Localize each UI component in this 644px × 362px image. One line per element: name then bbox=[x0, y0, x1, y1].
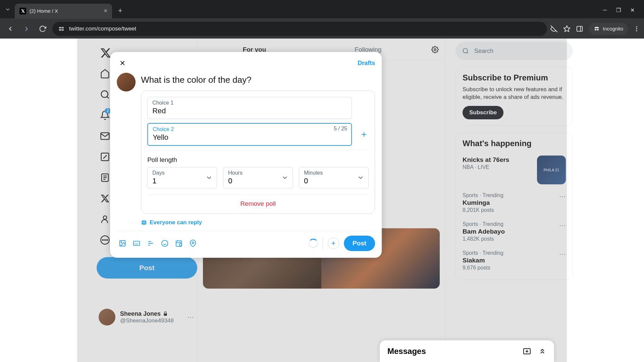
reply-setting-label: Everyone can reply bbox=[150, 219, 202, 226]
browser-chrome: 𝕏 (2) Home / X × + ─ ❐ ✕ twitter.com/com… bbox=[0, 0, 644, 39]
select-value: 1 bbox=[152, 177, 212, 185]
remove-poll-button[interactable]: Remove poll bbox=[147, 194, 369, 207]
incognito-icon bbox=[593, 25, 600, 32]
select-label: Minutes bbox=[304, 170, 364, 176]
char-counter: 5 / 25 bbox=[334, 126, 347, 132]
side-panel-icon[interactable] bbox=[576, 25, 583, 33]
eye-off-icon[interactable] bbox=[550, 25, 558, 33]
svg-point-9 bbox=[597, 29, 599, 31]
x-favicon: 𝕏 bbox=[19, 8, 26, 14]
new-message-icon[interactable] bbox=[523, 347, 531, 355]
new-tab-button[interactable]: + bbox=[115, 6, 126, 15]
chevron-down-icon bbox=[205, 174, 213, 181]
svg-rect-0 bbox=[59, 27, 61, 28]
tab-bar: 𝕏 (2) Home / X × + ─ ❐ ✕ bbox=[0, 0, 644, 18]
choice-label: Choice 1 bbox=[152, 100, 347, 106]
add-post-button[interactable]: + bbox=[328, 238, 339, 249]
reload-button[interactable] bbox=[36, 22, 49, 35]
messages-title: Messages bbox=[387, 347, 426, 356]
poll-choice-1[interactable]: Choice 1 Red bbox=[147, 97, 352, 119]
back-button[interactable] bbox=[4, 22, 17, 35]
drafts-button[interactable]: Drafts bbox=[358, 60, 375, 67]
select-label: Hours bbox=[228, 170, 288, 176]
poll-choice-2[interactable]: Choice 2 5 / 25 Yello bbox=[147, 123, 352, 146]
svg-rect-2 bbox=[62, 27, 64, 28]
char-progress-ring bbox=[309, 239, 318, 248]
messages-dock[interactable]: Messages bbox=[380, 340, 554, 362]
chevron-down-icon bbox=[357, 174, 364, 181]
compose-text-input[interactable]: What is the color of the day? bbox=[141, 73, 375, 90]
expand-dock-icon[interactable] bbox=[538, 347, 546, 355]
close-icon[interactable] bbox=[117, 57, 128, 69]
chevron-down-icon bbox=[281, 174, 288, 181]
minutes-select[interactable]: Minutes 0 bbox=[299, 167, 369, 188]
bookmark-star-icon[interactable] bbox=[563, 25, 571, 33]
divider bbox=[323, 237, 323, 249]
svg-point-48 bbox=[179, 244, 181, 246]
url-text: twitter.com/compose/tweet bbox=[69, 25, 136, 32]
emoji-icon[interactable] bbox=[161, 240, 168, 247]
location-icon[interactable] bbox=[189, 240, 197, 247]
svg-point-41 bbox=[162, 240, 168, 246]
svg-point-11 bbox=[636, 28, 637, 29]
svg-point-49 bbox=[192, 242, 194, 244]
add-choice-button[interactable]: + bbox=[361, 129, 367, 140]
page-content: Home Explore 2Notifications Messages Gro… bbox=[0, 39, 644, 362]
tab-close-icon[interactable]: × bbox=[104, 7, 107, 14]
gif-icon[interactable]: GIF bbox=[133, 240, 140, 247]
svg-text:GIF: GIF bbox=[135, 242, 139, 245]
browser-tab[interactable]: 𝕏 (2) Home / X × bbox=[15, 4, 112, 18]
tab-search-dropdown[interactable] bbox=[3, 5, 12, 14]
choice-value: Yello bbox=[153, 133, 346, 142]
hours-select[interactable]: Hours 0 bbox=[223, 167, 293, 188]
forward-button[interactable] bbox=[20, 22, 33, 35]
select-value: 0 bbox=[304, 177, 364, 185]
svg-rect-3 bbox=[62, 29, 64, 30]
incognito-badge[interactable]: Incognito bbox=[589, 23, 628, 35]
minimize-icon[interactable]: ─ bbox=[603, 7, 607, 13]
post-submit-button[interactable]: Post bbox=[344, 236, 375, 251]
svg-point-12 bbox=[636, 30, 637, 31]
close-window-icon[interactable]: ✕ bbox=[630, 7, 635, 13]
window-controls: ─ ❐ ✕ bbox=[603, 7, 641, 13]
poll-card: Choice 1 Red Choice 2 5 / 25 Yello bbox=[141, 90, 375, 214]
choice-label: Choice 2 bbox=[153, 126, 346, 132]
poll-length-label: Poll length bbox=[147, 150, 369, 164]
url-field[interactable]: twitter.com/compose/tweet bbox=[52, 22, 547, 36]
compose-avatar bbox=[117, 73, 136, 92]
globe-icon bbox=[141, 220, 147, 226]
site-settings-icon[interactable] bbox=[58, 26, 64, 32]
schedule-icon[interactable] bbox=[175, 240, 182, 247]
browser-menu-icon[interactable] bbox=[633, 25, 640, 32]
svg-point-8 bbox=[595, 29, 596, 31]
media-icon[interactable] bbox=[119, 240, 126, 247]
address-bar: twitter.com/compose/tweet Incognito bbox=[0, 18, 644, 39]
svg-rect-6 bbox=[577, 26, 583, 31]
svg-marker-5 bbox=[564, 25, 570, 31]
days-select[interactable]: Days 1 bbox=[147, 167, 217, 188]
compose-modal: Drafts What is the color of the day? Cho… bbox=[110, 52, 382, 258]
svg-rect-1 bbox=[59, 29, 61, 30]
incognito-label: Incognito bbox=[603, 26, 623, 32]
choice-value: Red bbox=[152, 107, 347, 115]
svg-point-35 bbox=[121, 242, 122, 243]
maximize-icon[interactable]: ❐ bbox=[616, 7, 621, 13]
poll-icon[interactable] bbox=[147, 240, 154, 247]
select-label: Days bbox=[152, 170, 212, 176]
tab-title: (2) Home / X bbox=[30, 8, 100, 14]
compose-toolbar: GIF + Post bbox=[117, 231, 375, 251]
svg-point-10 bbox=[636, 26, 637, 27]
select-value: 0 bbox=[228, 177, 288, 185]
reply-settings-button[interactable]: Everyone can reply bbox=[141, 219, 375, 226]
